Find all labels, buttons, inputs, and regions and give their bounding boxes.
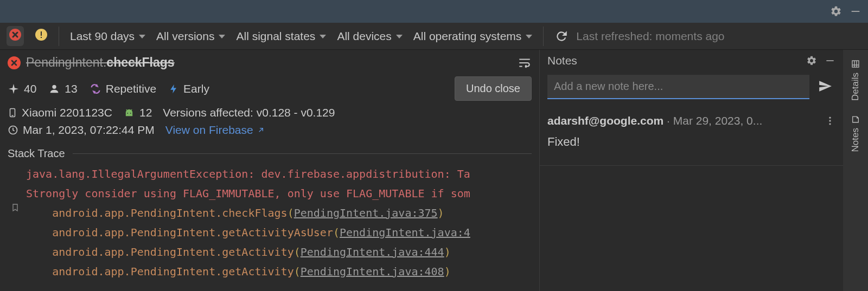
os-filter[interactable]: All operating systems <box>413 30 533 43</box>
notes-gear-icon[interactable] <box>806 55 817 66</box>
svg-point-5 <box>53 85 56 88</box>
stack-frame-3-method: android.app.PendingIntent.getActivity <box>52 245 294 258</box>
note-time: Mar 29, 2023, 0... <box>673 114 763 127</box>
tab-details[interactable]: Details <box>849 54 862 106</box>
note-icon <box>851 114 860 125</box>
device-meta-row: Xiaomi 2201123C 12 Versions affected: v0… <box>0 104 539 121</box>
versions-affected: Versions affected: v0.128 - v0.129 <box>163 106 335 119</box>
devices-label: All devices <box>337 30 391 43</box>
chevron-down-icon <box>320 35 326 38</box>
early-signal: Early <box>168 82 209 95</box>
stack-frame-4-method: android.app.PendingIntent.getActivity <box>52 265 294 278</box>
bookmark-icon[interactable] <box>8 203 23 212</box>
events-stat: 40 <box>8 82 36 95</box>
users-count: 13 <box>65 82 77 95</box>
error-icon <box>8 56 21 69</box>
repetitive-label: Repetitive <box>106 82 156 95</box>
timestamp: Mar 1, 2023, 07:22:44 PM <box>8 124 155 137</box>
chevron-down-icon <box>526 35 532 38</box>
note-input[interactable] <box>547 75 809 99</box>
stack-error-line-2: Strongly consider using FLAG_IMMUTABLE, … <box>26 184 470 203</box>
svg-rect-3 <box>41 31 42 36</box>
stack-frame-3-file[interactable]: PendingIntent.java:444 <box>301 245 444 258</box>
stack-frame-1-file[interactable]: PendingIntent.java:375 <box>294 206 438 219</box>
last-refreshed-label: Last refreshed: moments ago <box>576 30 724 43</box>
notes-header: Notes <box>540 50 843 72</box>
timestamp-label: Mar 1, 2023, 07:22:44 PM <box>23 124 155 137</box>
chevron-down-icon <box>139 35 145 38</box>
stack-frame-2-method: android.app.PendingIntent.getActivityAsU… <box>52 226 333 239</box>
svg-rect-11 <box>826 60 833 61</box>
note-entry: adarshf@google.com · Mar 29, 2023, 0... … <box>540 108 843 159</box>
svg-rect-15 <box>852 61 859 67</box>
devices-filter[interactable]: All devices <box>337 30 402 43</box>
separator <box>543 27 544 46</box>
issue-title: PendingIntent.checkFlags <box>8 55 175 70</box>
device-info: Xiaomi 2201123C <box>8 106 112 119</box>
issue-class-method: checkFlags <box>106 55 174 69</box>
issue-header: PendingIntent.checkFlags <box>0 50 539 73</box>
filter-bar: Last 90 days All versions All signal sta… <box>0 23 868 50</box>
stack-trace-header: Stack Trace <box>0 139 539 164</box>
main-area: PendingIntent.checkFlags 40 13 Repetitiv… <box>0 50 868 291</box>
versions-filter[interactable]: All versions <box>156 30 225 43</box>
issue-panel: PendingIntent.checkFlags 40 13 Repetitiv… <box>0 50 539 291</box>
note-body: Fixed! <box>547 135 835 149</box>
gear-icon[interactable] <box>830 5 842 17</box>
note-sep: · <box>663 114 673 127</box>
refresh-button[interactable] <box>554 29 569 43</box>
svg-rect-4 <box>41 37 42 38</box>
stack-frame-4-file[interactable]: PendingIntent.java:408 <box>301 265 444 278</box>
svg-point-9 <box>130 113 131 114</box>
tab-notes[interactable]: Notes <box>849 109 862 157</box>
note-menu-icon[interactable] <box>825 115 835 126</box>
note-input-row <box>540 72 843 108</box>
send-note-button[interactable] <box>815 75 835 99</box>
table-icon <box>851 59 860 69</box>
stack-error-line-1: java.lang.IllegalArgumentException: dev.… <box>26 164 470 184</box>
side-rail: Details Notes <box>843 50 868 291</box>
date-range-label: Last 90 days <box>70 30 135 43</box>
notes-tab-label: Notes <box>850 128 861 152</box>
issue-class-prefix: PendingIntent. <box>26 55 106 69</box>
stack-trace: java.lang.IllegalArgumentException: dev.… <box>0 164 539 281</box>
separator <box>59 27 59 46</box>
svg-rect-0 <box>852 11 860 12</box>
time-meta-row: Mar 1, 2023, 07:22:44 PM View on Firebas… <box>0 121 539 139</box>
divider <box>540 165 843 166</box>
android-api: 12 <box>123 106 152 119</box>
chevron-down-icon <box>396 35 403 38</box>
firebase-link-label: View on Firebase <box>165 124 253 137</box>
stats-row: 40 13 Repetitive Early Undo close <box>0 73 539 104</box>
nonfatal-filter-badge[interactable] <box>35 28 48 44</box>
details-tab-label: Details <box>850 73 861 101</box>
date-range-filter[interactable]: Last 90 days <box>70 30 145 43</box>
events-count: 40 <box>24 82 36 95</box>
svg-point-14 <box>829 123 831 125</box>
svg-point-12 <box>829 117 831 119</box>
soft-wrap-icon[interactable] <box>518 56 532 70</box>
signal-states-label: All signal states <box>236 30 315 43</box>
svg-point-13 <box>829 120 831 121</box>
notes-panel: Notes adarshf@google.com · Mar 29, 2023,… <box>539 50 843 291</box>
os-label: All operating systems <box>413 30 522 43</box>
divider <box>73 153 532 154</box>
svg-point-8 <box>127 113 128 114</box>
repetitive-signal: Repetitive <box>90 82 156 95</box>
android-api-label: 12 <box>139 106 152 119</box>
title-bar <box>0 0 868 23</box>
users-stat: 13 <box>48 82 77 95</box>
stack-frame-2-file[interactable]: PendingIntent.java:4 <box>340 226 470 239</box>
signal-states-filter[interactable]: All signal states <box>236 30 326 43</box>
fatal-filter-badge[interactable] <box>7 26 24 46</box>
versions-label: All versions <box>156 30 214 43</box>
note-meta: adarshf@google.com · Mar 29, 2023, 0... <box>547 114 835 127</box>
undo-close-button[interactable]: Undo close <box>455 76 532 101</box>
note-author: adarshf@google.com <box>547 114 663 127</box>
view-on-firebase-link[interactable]: View on Firebase <box>165 124 265 137</box>
device-name: Xiaomi 2201123C <box>22 106 112 119</box>
stack-frame-1-method: android.app.PendingIntent.checkFlags <box>52 206 287 219</box>
notes-title: Notes <box>547 54 577 67</box>
minimize-icon[interactable] <box>850 5 861 17</box>
notes-minimize-icon[interactable] <box>825 55 835 66</box>
